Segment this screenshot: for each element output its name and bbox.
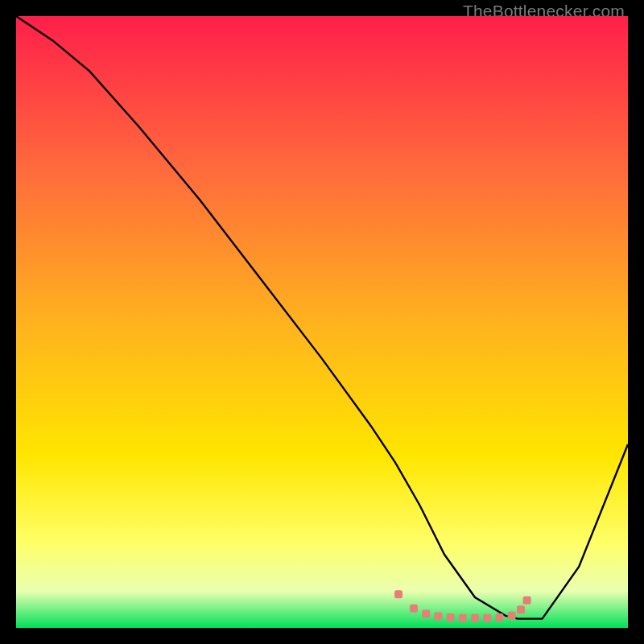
optimal-marker [517,605,525,613]
bottleneck-chart [16,16,628,628]
optimal-marker [410,605,418,613]
optimal-marker [459,614,467,622]
optimal-marker [483,614,491,622]
optimal-marker [422,610,430,618]
optimal-marker [447,613,455,621]
chart-background-gradient [16,16,628,628]
optimal-marker [523,597,531,605]
optimal-marker [508,612,516,620]
optimal-marker [495,613,503,621]
optimal-marker [434,613,442,621]
optimal-marker [394,590,402,598]
chart-frame [16,16,628,628]
optimal-marker [471,614,479,622]
